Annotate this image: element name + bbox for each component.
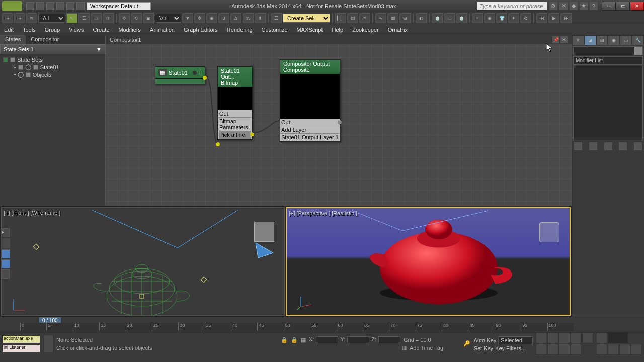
time-tag-icon[interactable]: ▥	[401, 344, 407, 351]
menu-customize[interactable]: Customize	[262, 27, 288, 33]
z-input[interactable]	[378, 336, 400, 343]
material-editor-tool[interactable]: ◐	[416, 13, 427, 23]
render-setup-tool[interactable]: 🍵	[432, 13, 443, 23]
time-config-icon[interactable]	[596, 332, 607, 343]
orn2[interactable]: ◉	[484, 13, 495, 23]
node-bitmap[interactable]: State01 Out...Bitmap Out Bitmap Paramete…	[217, 66, 253, 140]
play-start[interactable]: ⏮	[536, 13, 547, 23]
minimize-button[interactable]: ─	[602, 2, 616, 11]
menu-zookeeper[interactable]: Zookeeper	[352, 27, 379, 33]
orn5[interactable]: ⚙	[520, 13, 531, 23]
unique-icon[interactable]	[604, 142, 612, 150]
tab-modify-icon[interactable]: ◢	[584, 35, 596, 45]
signin-icon[interactable]: ⚙	[549, 2, 557, 10]
bitmap-in-port[interactable]	[216, 142, 220, 146]
orn4[interactable]: ✦	[508, 13, 519, 23]
time-slider[interactable]: 0 / 100 0510 152025 303540 455055 606570…	[0, 317, 644, 332]
curve-editor-tool[interactable]: ∿	[375, 13, 386, 23]
vp-tool3[interactable]	[1, 269, 10, 279]
edit-named-sel[interactable]: ☰	[271, 13, 282, 23]
snap-toggle[interactable]: 3	[218, 13, 229, 23]
viewport-front[interactable]: [+] [Front ] [Wireframe ]	[1, 207, 285, 316]
unlink-tool[interactable]: ⫘	[14, 13, 25, 23]
manipulate-tool[interactable]: ✥	[194, 13, 205, 23]
link-tool[interactable]: ⫘	[2, 13, 13, 23]
nav-orbit-icon[interactable]	[596, 344, 607, 355]
lock-icon[interactable]: 🔒	[281, 337, 288, 343]
dope-sheet-tool[interactable]: ▦	[387, 13, 398, 23]
key-icon[interactable]: 🔑	[463, 335, 471, 353]
tab-hierarchy-icon[interactable]: ⊞	[596, 35, 608, 45]
vp-tool1[interactable]	[1, 249, 10, 258]
tab-compositor[interactable]: Compositor	[26, 35, 64, 44]
vp-front-label[interactable]: [+] [Front ] [Wireframe ]	[4, 210, 60, 216]
named-selection[interactable]: Create Selection Se	[283, 14, 330, 23]
bind-tool[interactable]: ≋	[26, 13, 37, 23]
state-sets-header[interactable]: State Sets 1 ▼	[0, 44, 105, 54]
menu-grapheditors[interactable]: Graph Editors	[184, 27, 218, 33]
viewcube-persp[interactable]	[539, 222, 559, 242]
redo-icon[interactable]	[66, 2, 74, 10]
sel-lock-icon[interactable]: 🔒	[291, 337, 298, 343]
link-icon[interactable]	[76, 2, 85, 10]
viewport-perspective[interactable]: [+] [Perspective ] [Realistic ]	[286, 207, 571, 316]
play-icon[interactable]	[559, 332, 570, 343]
modifier-stack[interactable]	[573, 66, 643, 140]
nav-zoomall-icon[interactable]	[547, 344, 558, 355]
ref-coord-system[interactable]: View	[155, 14, 181, 23]
keymode-tool[interactable]: ◉	[206, 13, 217, 23]
workspace-dropdown[interactable]: Workspace: Default	[87, 2, 151, 10]
percent-snap[interactable]: %	[243, 13, 254, 23]
selection-filter[interactable]: All	[38, 14, 65, 23]
use-pivot-tool[interactable]: ▼	[182, 13, 193, 23]
nav-fov-icon[interactable]	[559, 344, 570, 355]
orn3[interactable]: 👕	[496, 13, 507, 23]
nav-maximize-icon[interactable]	[608, 344, 619, 355]
menu-rendering[interactable]: Rendering	[227, 27, 253, 33]
nav-pan-icon[interactable]	[571, 344, 582, 355]
menu-tools[interactable]: Tools	[23, 27, 36, 33]
object-name-field[interactable]	[573, 46, 643, 55]
next-frame-icon[interactable]	[571, 332, 582, 343]
menu-maxscript[interactable]: MAXScript	[297, 27, 323, 33]
pin-stack-icon[interactable]	[574, 142, 582, 150]
script-listener2[interactable]: ini Listener	[2, 344, 40, 352]
tree-objects[interactable]: └ ◯ Objects	[11, 71, 103, 78]
render-frame-tool[interactable]: ▭	[444, 13, 455, 23]
tab-motion-icon[interactable]: ◉	[608, 35, 620, 45]
config-icon[interactable]	[634, 142, 642, 150]
select-name-tool[interactable]: ☰	[78, 13, 90, 23]
menu-edit[interactable]: Edit	[4, 27, 14, 33]
vp-persp-label[interactable]: [+] [Perspective ] [Realistic ]	[289, 210, 357, 216]
comm-icon[interactable]: ◆	[570, 2, 578, 10]
pin-icon[interactable]: 📌	[552, 36, 559, 43]
close-button[interactable]: ✕	[630, 2, 644, 11]
add-time-tag[interactable]: Add Time Tag	[410, 345, 443, 351]
x-input[interactable]	[316, 336, 338, 343]
play-btn[interactable]: ▶	[548, 13, 559, 23]
orn1[interactable]: ✳	[472, 13, 483, 23]
select-rect-tool[interactable]: ▭	[91, 13, 102, 23]
menu-ornatrix[interactable]: Ornatrix	[388, 27, 408, 33]
goto-end-icon[interactable]	[582, 332, 593, 343]
menu-group[interactable]: Group	[45, 27, 60, 33]
maximize-button[interactable]: ▭	[616, 2, 630, 11]
help-icon[interactable]: ?	[590, 2, 598, 10]
scale-tool[interactable]: ▣	[143, 13, 154, 23]
y-input[interactable]	[347, 336, 369, 343]
nav-extra1-icon[interactable]	[619, 344, 630, 355]
window-crossing-tool[interactable]: ◫	[103, 13, 114, 23]
output-port[interactable]	[203, 76, 207, 80]
auto-key-button[interactable]: Auto Key	[474, 337, 497, 343]
save-icon[interactable]	[46, 2, 54, 10]
new-icon[interactable]	[26, 2, 34, 10]
render-tool[interactable]: 🍵	[456, 13, 467, 23]
menu-modifiers[interactable]: Modifiers	[118, 27, 141, 33]
menu-icon[interactable]: ≡	[199, 70, 202, 76]
layers-tool[interactable]: ≡	[359, 13, 370, 23]
menu-views[interactable]: Views	[69, 27, 84, 33]
show-end-icon[interactable]	[589, 142, 597, 150]
tab-utilities-icon[interactable]: 🔧	[632, 35, 644, 45]
rotate-tool[interactable]: ↻	[131, 13, 142, 23]
record-icon[interactable]	[193, 71, 197, 75]
